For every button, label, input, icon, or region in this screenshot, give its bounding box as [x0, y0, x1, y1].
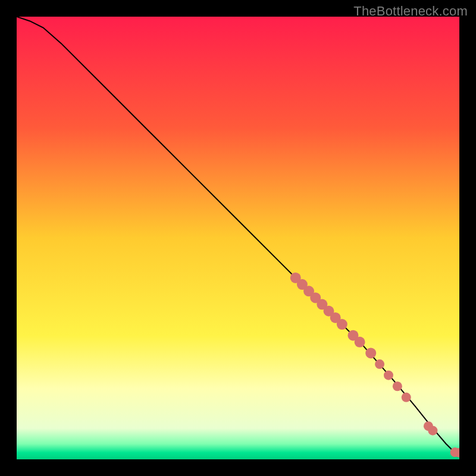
chart-marker: [384, 371, 393, 380]
chart-marker: [393, 381, 402, 391]
chart-plot: [17, 17, 459, 459]
chart-background: [17, 17, 459, 459]
chart-svg: [17, 17, 459, 459]
chart-stage: TheBottleneck.com: [0, 0, 476, 476]
chart-marker: [337, 319, 347, 330]
chart-marker: [402, 393, 411, 402]
chart-marker: [365, 347, 376, 358]
chart-marker: [375, 359, 384, 369]
chart-marker: [428, 426, 437, 436]
chart-marker: [355, 337, 365, 347]
